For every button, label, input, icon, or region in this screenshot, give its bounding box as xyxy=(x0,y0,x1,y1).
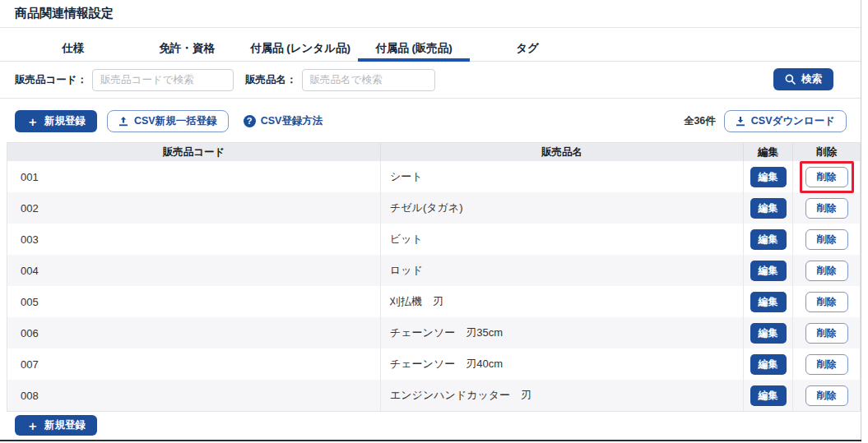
delete-button[interactable]: 削除 xyxy=(805,229,848,250)
delete-button[interactable]: 削除 xyxy=(805,167,848,187)
header-delete: 削除 xyxy=(793,143,860,161)
table-header-row: 販売品コード 販売品名 編集 削除 xyxy=(7,143,860,161)
table-row: 006 チェーンソー 刃35cm 編集 削除 xyxy=(7,317,860,348)
cell-sale-item-name: チェーンソー 刃35cm xyxy=(381,317,744,348)
cell-sale-item-code: 005 xyxy=(7,286,381,317)
table-row: 003 ビット 編集 削除 xyxy=(7,224,860,255)
new-item-bottom-label: 新規登録 xyxy=(44,418,86,432)
tab-付属品 (販売品)[interactable]: 付属品 (販売品) xyxy=(357,36,471,62)
search-row: 販売品コード： 販売品名： 検索 xyxy=(0,68,861,91)
table-body: 001 シート 編集 削除 002 チゼル(タガネ) 編集 削除 003 ビット xyxy=(7,161,860,411)
cell-sale-item-code: 006 xyxy=(7,317,381,348)
tab-免許・資格[interactable]: 免許・資格 xyxy=(130,36,244,62)
csv-bulk-register-label: CSV新規一括登録 xyxy=(134,114,217,128)
title-divider xyxy=(0,27,861,28)
name-search-label: 販売品名： xyxy=(245,73,297,87)
name-search-input[interactable] xyxy=(302,69,435,91)
cell-sale-item-name: チゼル(タガネ) xyxy=(381,192,744,224)
search-button-label: 検索 xyxy=(801,72,822,86)
csv-download-label: CSVダウンロード xyxy=(751,114,835,128)
csv-bulk-register-button[interactable]: CSV新規一括登録 xyxy=(107,110,229,132)
upload-icon xyxy=(118,116,128,127)
edit-button[interactable]: 編集 xyxy=(750,229,787,250)
delete-button[interactable]: 削除 xyxy=(805,292,848,312)
cell-sale-item-name: エンジンハンドカッター 刃 xyxy=(381,380,744,411)
panel-bottom-edge xyxy=(0,440,861,441)
table-row: 001 シート 編集 削除 xyxy=(7,161,860,192)
cell-sale-item-name: シート xyxy=(381,161,744,192)
delete-button[interactable]: 削除 xyxy=(805,261,848,281)
edit-button[interactable]: 編集 xyxy=(750,292,787,312)
sale-items-table: 販売品コード 販売品名 編集 削除 001 シート 編集 削除 002 チゼル(… xyxy=(7,142,861,412)
plus-icon: ＋ xyxy=(26,419,39,431)
new-item-button-bottom[interactable]: ＋ 新規登録 xyxy=(15,415,97,436)
table-row: 008 エンジンハンドカッター 刃 編集 削除 xyxy=(7,380,860,411)
table-row: 007 チェーンソー 刃40cm 編集 削除 xyxy=(7,348,860,380)
cell-sale-item-name: チェーンソー 刃40cm xyxy=(381,348,744,380)
table-row: 005 刈払機 刃 編集 削除 xyxy=(7,286,860,317)
header-code: 販売品コード xyxy=(7,143,381,161)
new-item-label: 新規登録 xyxy=(44,114,86,128)
delete-button[interactable]: 削除 xyxy=(805,323,848,344)
cell-sale-item-code: 008 xyxy=(7,380,381,411)
cell-sale-item-code: 007 xyxy=(7,348,381,380)
cell-sale-item-name: ロッド xyxy=(381,255,744,286)
csv-help-link[interactable]: ? CSV登録方法 xyxy=(244,114,323,128)
delete-button[interactable]: 削除 xyxy=(805,198,848,219)
table-row: 004 ロッド 編集 削除 xyxy=(7,255,860,286)
cell-sale-item-name: ビット xyxy=(381,224,744,255)
edit-button[interactable]: 編集 xyxy=(750,385,787,406)
csv-download-button[interactable]: CSVダウンロード xyxy=(724,110,847,132)
page-title: 商品関連情報設定 xyxy=(15,6,114,21)
cell-sale-item-name: 刈払機 刃 xyxy=(381,286,744,317)
new-item-button-top[interactable]: ＋ 新規登録 xyxy=(15,110,97,132)
code-search-label: 販売品コード： xyxy=(15,73,87,87)
cell-sale-item-code: 001 xyxy=(7,161,381,192)
panel-right-border xyxy=(861,0,861,441)
toolbar: ＋ 新規登録 CSV新規一括登録 ? CSV登録方法 全36件 CSVダウンロー… xyxy=(0,109,861,132)
plus-icon: ＋ xyxy=(26,115,39,127)
product-related-settings-page: 商品関連情報設定 仕様 免許・資格 付属品 (レンタル品) 付属品 (販売品) … xyxy=(0,0,868,443)
edit-button[interactable]: 編集 xyxy=(750,354,787,375)
code-search-input[interactable] xyxy=(92,69,234,91)
edit-button[interactable]: 編集 xyxy=(750,198,787,219)
delete-button[interactable]: 削除 xyxy=(805,354,848,375)
cell-sale-item-code: 003 xyxy=(7,224,381,255)
download-icon xyxy=(736,116,745,127)
header-edit: 編集 xyxy=(744,143,793,161)
cell-sale-item-code: 002 xyxy=(7,192,381,224)
question-icon: ? xyxy=(244,115,256,127)
table-row: 002 チゼル(タガネ) 編集 削除 xyxy=(7,192,860,224)
tab-仕様[interactable]: 仕様 xyxy=(16,36,130,62)
tab-タグ[interactable]: タグ xyxy=(471,36,584,62)
edit-button[interactable]: 編集 xyxy=(750,323,787,344)
search-button[interactable]: 検索 xyxy=(773,68,833,90)
csv-help-label: CSV登録方法 xyxy=(261,114,323,128)
tab-bar: 仕様 免許・資格 付属品 (レンタル品) 付属品 (販売品) タグ xyxy=(16,36,584,62)
search-icon xyxy=(785,74,796,85)
tab-付属品 (レンタル品)[interactable]: 付属品 (レンタル品) xyxy=(244,36,357,62)
header-name: 販売品名 xyxy=(381,143,744,161)
cell-sale-item-code: 004 xyxy=(7,255,381,286)
delete-button[interactable]: 削除 xyxy=(805,385,848,406)
total-count: 全36件 xyxy=(684,114,716,128)
edit-button[interactable]: 編集 xyxy=(750,167,787,187)
edit-button[interactable]: 編集 xyxy=(750,261,787,281)
search-divider xyxy=(0,98,861,99)
